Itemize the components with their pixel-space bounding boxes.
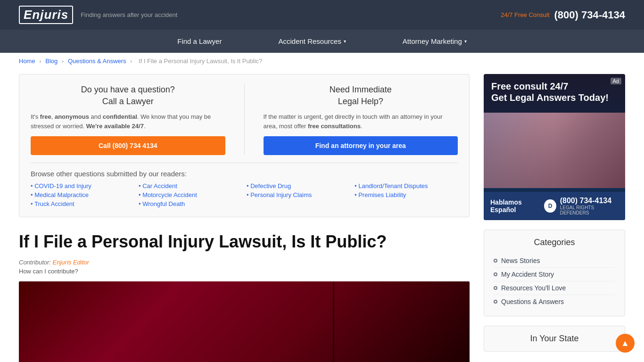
chevron-down-icon: ▾ [464,39,467,44]
category-item-qa: Questions & Answers [494,295,615,308]
breadcrumb-qa[interactable]: Questions & Answers [68,58,126,65]
header-right: 24/7 Free Consult (800) 734-4134 [501,9,625,21]
article-image [19,281,470,362]
contributor-line: Contributor: Enjuris Editor [19,259,470,266]
browse-section: Browse other questions submitted by our … [31,163,458,207]
category-item-news: News Stories [494,254,615,268]
ad-company: LEGAL RIGHTS DEFENDERS [560,205,619,215]
browse-link-motorcycle[interactable]: Motorcycle Accident [139,191,242,198]
ad-headline: Free consult 24/7 Get Legal Answers Toda… [491,81,618,103]
ad-person-image [484,113,625,188]
category-item-accident: My Accident Story [494,268,615,281]
ad-spanish-text: Hablamos Español [490,198,544,214]
browse-link-premises[interactable]: Premises Liability [355,191,458,198]
chevron-down-icon: ▾ [344,39,346,44]
cta-left-text: It's free, anonymous and confidential. W… [31,112,225,131]
browse-link-truck[interactable]: Truck Accident [31,200,134,207]
main-nav: Find a Lawyer Accident Resources ▾ Attor… [0,30,644,53]
nav-attorney-marketing[interactable]: Attorney Marketing ▾ [374,30,495,53]
scroll-to-top-btn[interactable]: ▲ [616,334,635,353]
browse-link-wrongful[interactable]: Wrongful Death [139,200,242,207]
contributor-link[interactable]: Enjuris Editor [53,259,89,266]
category-dot [494,259,497,263]
category-dot [494,286,497,290]
category-dot [494,272,497,276]
category-link-accident[interactable]: My Accident Story [501,271,554,278]
category-item-resources: Resources You'll Love [494,281,615,295]
cta-left: Do you have a question?Call a Lawyer It'… [31,84,225,155]
cta-right-text: If the matter is urgent, get directly in… [264,112,458,131]
state-box: In Your State [484,326,625,352]
nav-find-lawyer[interactable]: Find a Lawyer [149,30,250,53]
breadcrumb-blog[interactable]: Blog [45,58,58,65]
ad-banner[interactable]: Ad Free consult 24/7 Get Legal Answers T… [484,74,625,220]
category-dot [494,300,497,304]
browse-link-car[interactable]: Car Accident [139,182,242,189]
cta-right: Need ImmediateLegal Help? If the matter … [264,84,458,155]
ad-badge: Ad [611,78,621,84]
article-title: If I File a Personal Injury Lawsuit, Is … [19,231,470,252]
browse-link-medical[interactable]: Medical Malpractice [31,191,134,198]
header-phone[interactable]: (800) 734-4134 [554,9,625,21]
find-attorney-btn[interactable]: Find an attorney in your area [264,136,458,155]
categories-box: Categories News Stories My Accident Stor… [484,230,625,316]
breadcrumb-current: If I File a Personal Injury Lawsuit, Is … [139,58,262,65]
cta-right-heading: Need ImmediateLegal Help? [264,84,458,107]
ad-bottom: Hablamos Español D (800) 734-4134 LEGAL … [484,192,625,220]
browse-link-defective[interactable]: Defective Drug [247,182,350,189]
breadcrumb: Home › Blog › Questions & Answers › If I… [0,53,644,69]
ad-logo: D [544,199,556,213]
categories-title: Categories [494,238,615,247]
call-btn[interactable]: Call (800) 734 4134 [31,136,225,155]
site-tagline: Finding answers after your accident [81,11,177,18]
main-content: Do you have a question?Call a Lawyer It'… [19,74,470,362]
ad-phone: (800) 734-4134 [560,197,619,205]
breadcrumb-home[interactable]: Home [19,58,35,65]
header-left: Enjuris Finding answers after your accid… [19,6,177,24]
browse-link-landlord[interactable]: Landlord/Tenant Disputes [355,182,458,189]
cta-divider [244,84,245,155]
browse-link-covid[interactable]: COVID-19 and Injury [31,182,134,189]
state-title: In Your State [494,334,615,344]
browse-title: Browse other questions submitted by our … [31,170,458,178]
cta-columns: Do you have a question?Call a Lawyer It'… [31,84,458,155]
cta-left-heading: Do you have a question?Call a Lawyer [31,84,225,107]
main-layout: Do you have a question?Call a Lawyer It'… [0,69,644,362]
category-link-qa[interactable]: Questions & Answers [501,298,564,305]
how-contribute: How can I contribute? [19,268,470,275]
ad-logo-area: D (800) 734-4134 LEGAL RIGHTS DEFENDERS [544,197,619,215]
browse-links: COVID-19 and Injury Car Accident Defecti… [31,182,458,207]
browse-link-personal[interactable]: Personal Injury Claims [247,191,350,198]
sidebar: Ad Free consult 24/7 Get Legal Answers T… [484,74,625,362]
category-link-resources[interactable]: Resources You'll Love [501,284,566,292]
ad-subheadline: Get Legal Answers Today! [491,92,618,103]
category-link-news[interactable]: News Stories [501,257,540,264]
site-logo[interactable]: Enjuris [19,6,73,24]
ad-top: Ad Free consult 24/7 Get Legal Answers T… [484,74,625,109]
site-header: Enjuris Finding answers after your accid… [0,0,644,30]
cta-box: Do you have a question?Call a Lawyer It'… [19,74,470,217]
free-consult-label: 24/7 Free Consult [501,11,549,18]
nav-accident-resources[interactable]: Accident Resources ▾ [250,30,374,53]
